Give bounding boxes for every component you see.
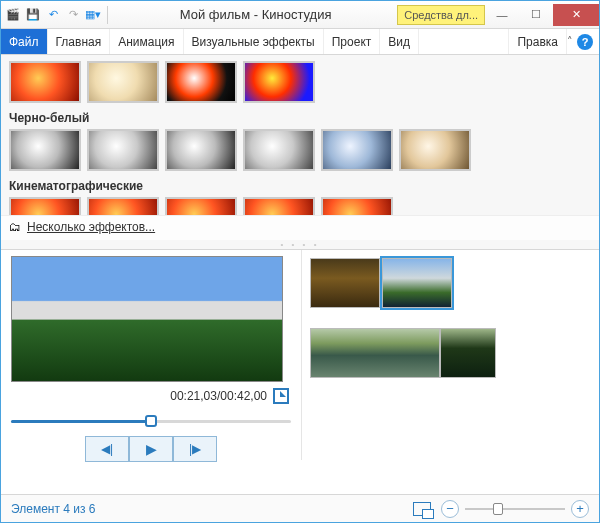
timeline-clip[interactable] <box>310 258 380 308</box>
next-frame-button[interactable]: |▶ <box>173 436 217 462</box>
quick-access-toolbar: 🎬 💾 ↶ ↷ ▦▾ <box>1 6 114 24</box>
close-button[interactable]: ✕ <box>553 4 599 26</box>
effect-thumb[interactable] <box>243 129 315 171</box>
tab-animation[interactable]: Анимация <box>110 29 183 54</box>
window-title: Мой фильм - Киностудия <box>114 7 397 22</box>
play-button[interactable]: ▶ <box>129 436 173 462</box>
effect-thumb[interactable] <box>87 197 159 215</box>
undo-icon[interactable]: ↶ <box>45 7 61 23</box>
effect-thumb[interactable] <box>165 129 237 171</box>
redo-icon[interactable]: ↷ <box>65 7 81 23</box>
timeline-row <box>310 258 591 308</box>
minimize-button[interactable]: — <box>485 4 519 26</box>
qat-menu-icon[interactable]: ▦▾ <box>85 7 101 23</box>
time-display-row: 00:21,03/00:42,00 <box>11 382 291 410</box>
zoom-slider[interactable] <box>465 502 565 516</box>
fullscreen-icon[interactable] <box>273 388 289 404</box>
panel-grip[interactable]: • • • • <box>1 240 599 249</box>
tab-home[interactable]: Главная <box>48 29 111 54</box>
timeline-clip[interactable] <box>310 328 440 378</box>
zoom-out-button[interactable]: − <box>441 500 459 518</box>
timeline-row <box>310 328 591 378</box>
playback-controls: ◀| ▶ |▶ <box>11 436 291 462</box>
multiple-effects-label: Несколько эффектов... <box>27 220 155 234</box>
effects-section-bw: Черно-белый <box>9 109 591 127</box>
effect-thumb[interactable] <box>321 129 393 171</box>
effect-thumb[interactable] <box>399 129 471 171</box>
tab-project[interactable]: Проект <box>324 29 381 54</box>
app-icon: 🎬 <box>5 7 21 23</box>
help-icon[interactable]: ? <box>577 34 593 50</box>
stack-icon: 🗂 <box>9 220 21 234</box>
collapse-ribbon-icon[interactable]: ˄ <box>567 35 573 48</box>
ribbon-tabs: Файл Главная Анимация Визуальные эффекты… <box>1 29 599 55</box>
effect-thumb[interactable] <box>87 129 159 171</box>
maximize-button[interactable]: ☐ <box>519 4 553 26</box>
timeline-clip[interactable] <box>382 258 452 308</box>
effect-thumb[interactable] <box>165 61 237 103</box>
timeline-pane[interactable] <box>301 250 599 460</box>
tab-edit[interactable]: Правка <box>508 29 567 54</box>
workspace: 00:21,03/00:42,00 ◀| ▶ |▶ <box>1 250 599 460</box>
zoom-in-button[interactable]: + <box>571 500 589 518</box>
prev-frame-button[interactable]: ◀| <box>85 436 129 462</box>
effect-thumb[interactable] <box>9 129 81 171</box>
contextual-tab[interactable]: Средства дл... <box>397 5 485 25</box>
video-preview[interactable] <box>11 256 283 382</box>
status-element-count: Элемент 4 из 6 <box>11 502 96 516</box>
effects-row-bw <box>9 127 591 177</box>
timeline-clip[interactable] <box>440 328 496 378</box>
effect-thumb[interactable] <box>243 61 315 103</box>
save-icon[interactable]: 💾 <box>25 7 41 23</box>
effects-gallery: Черно-белый Кинематографические 🗂 Нескол… <box>1 55 599 250</box>
seek-slider[interactable] <box>11 412 291 430</box>
effects-row-cine <box>9 195 591 215</box>
effect-thumb[interactable] <box>321 197 393 215</box>
view-mode-icon[interactable] <box>413 502 431 516</box>
title-bar: 🎬 💾 ↶ ↷ ▦▾ Мой фильм - Киностудия Средст… <box>1 1 599 29</box>
tab-file[interactable]: Файл <box>1 29 48 54</box>
effect-thumb[interactable] <box>87 61 159 103</box>
status-bar: Элемент 4 из 6 − + <box>1 494 599 522</box>
tab-view[interactable]: Вид <box>380 29 419 54</box>
effect-thumb[interactable] <box>165 197 237 215</box>
effect-thumb[interactable] <box>9 197 81 215</box>
window-controls: — ☐ ✕ <box>485 4 599 26</box>
effects-row-recent <box>9 59 591 109</box>
effect-thumb[interactable] <box>9 61 81 103</box>
effects-section-cine: Кинематографические <box>9 177 591 195</box>
preview-pane: 00:21,03/00:42,00 ◀| ▶ |▶ <box>1 250 301 460</box>
time-display: 00:21,03/00:42,00 <box>170 389 267 403</box>
effect-thumb[interactable] <box>243 197 315 215</box>
tab-visual-effects[interactable]: Визуальные эффекты <box>184 29 324 54</box>
multiple-effects-button[interactable]: 🗂 Несколько эффектов... <box>1 215 599 240</box>
